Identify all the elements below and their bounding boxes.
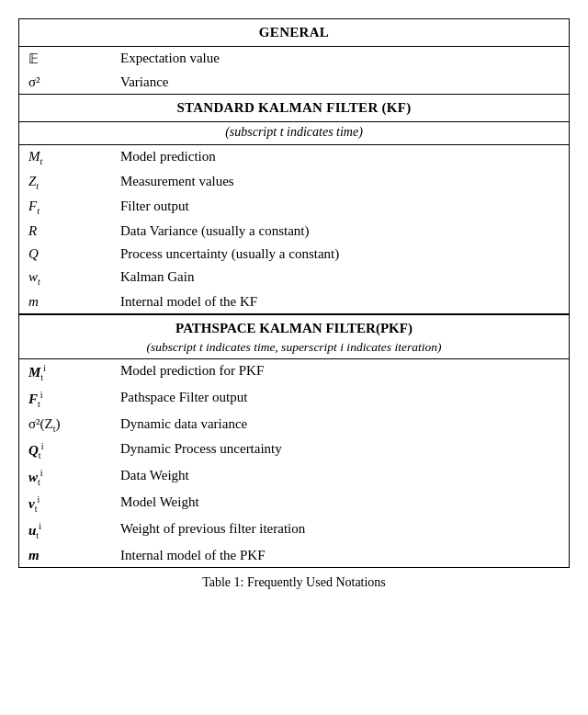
list-item: Ft Filter output	[19, 195, 569, 220]
list-item: wt Kalman Gain	[19, 266, 569, 290]
page-wrapper: GENERAL 𝔼 Expectation value σ² Variance …	[18, 18, 570, 594]
symbol-mt: Mt	[28, 147, 120, 168]
list-item: m Internal model of the KF	[19, 290, 569, 313]
symbol-m: m	[28, 292, 120, 312]
desc-zt: Measurement values	[120, 172, 560, 191]
kf-header: STANDARD KALMAN FILTER (KF)	[19, 95, 569, 122]
list-item: Q Process uncertainty (usually a constan…	[19, 243, 569, 266]
general-header: GENERAL	[19, 19, 569, 47]
symbol-pkf-wt: wti	[28, 466, 120, 489]
symbol-pkf-m: m	[28, 546, 120, 565]
desc-pkf-mt: Model prediction for PKF	[120, 361, 560, 380]
desc-r: Data Variance (usually a constant)	[120, 221, 560, 241]
list-item: Mti Model prediction for PKF	[19, 359, 569, 386]
pkf-section: PATHSPACE KALMAN FILTER(PKF) (subscript …	[19, 314, 569, 567]
desc-pkf-ut: Weight of previous filter iteration	[120, 519, 560, 539]
desc-pkf-qt: Dynamic Process uncertainty	[120, 439, 560, 459]
list-item: uti Weight of previous filter iteration	[19, 517, 569, 544]
list-item: Fti Pathspace Filter output	[19, 386, 569, 413]
symbol-pkf-mt: Mti	[28, 361, 120, 384]
kf-entries: Mt Model prediction Zt Measurement value…	[19, 145, 569, 313]
table-caption: Table 1: Frequently Used Notations	[18, 568, 570, 594]
symbol-pkf-sigma: σ²(Zt)	[28, 414, 120, 436]
desc-variance: Variance	[120, 73, 560, 92]
desc-m: Internal model of the KF	[120, 292, 560, 312]
symbol-expectation: 𝔼	[28, 49, 120, 69]
desc-wt: Kalman Gain	[120, 267, 560, 287]
pkf-subheader: (subscript t indicates time, superscript…	[19, 338, 569, 359]
symbol-wt: wt	[28, 267, 120, 289]
desc-ft: Filter output	[120, 197, 560, 216]
desc-mt: Model prediction	[120, 147, 560, 166]
desc-pkf-sigma: Dynamic data variance	[120, 414, 560, 434]
desc-pkf-ft: Pathspace Filter output	[120, 388, 560, 407]
list-item: σ² Variance	[19, 71, 569, 94]
desc-pkf-m: Internal model of the PKF	[120, 546, 560, 565]
list-item: Qti Dynamic Process uncertainty	[19, 437, 569, 464]
symbol-ft: Ft	[28, 197, 120, 218]
pkf-entries: Mti Model prediction for PKF Fti Pathspa…	[19, 359, 569, 567]
symbol-variance: σ²	[28, 73, 120, 92]
desc-expectation: Expectation value	[120, 49, 560, 68]
symbol-pkf-ft: Fti	[28, 388, 120, 411]
list-item: vti Model Weight	[19, 491, 569, 517]
symbol-r: R	[28, 221, 120, 241]
kf-subheader: (subscript t indicates time)	[19, 122, 569, 145]
notation-table: GENERAL 𝔼 Expectation value σ² Variance …	[18, 18, 570, 568]
symbol-pkf-vt: vti	[28, 493, 120, 516]
symbol-zt: Zt	[28, 172, 120, 193]
symbol-q: Q	[28, 244, 120, 264]
desc-pkf-wt: Data Weight	[120, 466, 560, 485]
symbol-pkf-ut: uti	[28, 519, 120, 542]
desc-pkf-vt: Model Weight	[120, 493, 560, 512]
list-item: Mt Model prediction	[19, 145, 569, 170]
kf-section: STANDARD KALMAN FILTER (KF) (subscript t…	[19, 95, 569, 314]
general-section: GENERAL 𝔼 Expectation value σ² Variance	[19, 19, 569, 95]
list-item: Zt Measurement values	[19, 170, 569, 195]
desc-q: Process uncertainty (usually a constant)	[120, 244, 560, 264]
list-item: σ²(Zt) Dynamic data variance	[19, 413, 569, 437]
list-item: m Internal model of the PKF	[19, 544, 569, 567]
list-item: 𝔼 Expectation value	[19, 47, 569, 71]
symbol-pkf-qt: Qti	[28, 439, 120, 462]
pkf-header: PATHSPACE KALMAN FILTER(PKF)	[19, 314, 569, 338]
list-item: R Data Variance (usually a constant)	[19, 220, 569, 243]
general-entries: 𝔼 Expectation value σ² Variance	[19, 47, 569, 94]
list-item: wti Data Weight	[19, 464, 569, 491]
